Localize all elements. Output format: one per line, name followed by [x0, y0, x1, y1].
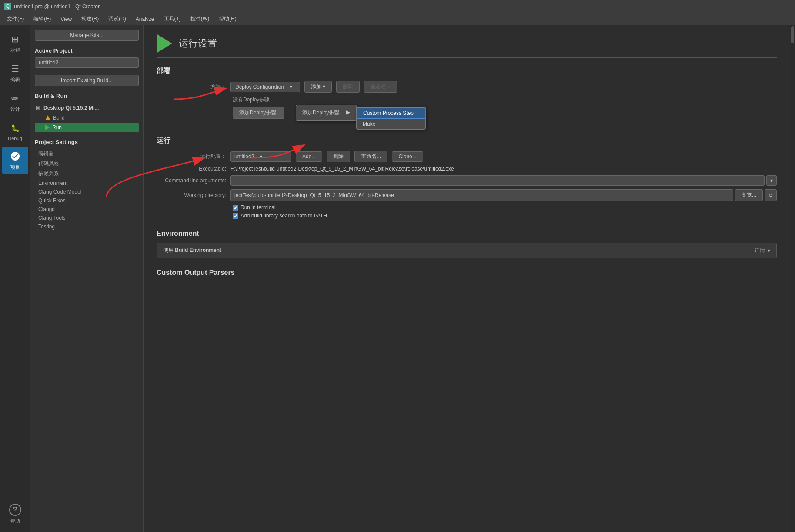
- run-rename-button[interactable]: 重命名...: [354, 151, 387, 162]
- grid-icon: ⊞: [9, 33, 21, 45]
- project-dropdown[interactable]: untitled2: [35, 57, 139, 68]
- build-item[interactable]: Build: [35, 113, 139, 123]
- run-settings-header: 运行设置: [157, 34, 777, 58]
- project-label: 项目: [10, 164, 20, 171]
- env-bar[interactable]: 使用 Build Environment 详情 ▾: [157, 243, 777, 258]
- project-sidebar: Manage Kits... Active Project untitled2 …: [30, 25, 144, 532]
- run-label: Run: [52, 124, 62, 130]
- menu-build[interactable]: 构建(B): [77, 14, 103, 24]
- title-bar: Q untitled1.pro @ untitled1 - Qt Creator: [0, 0, 795, 13]
- browse-button[interactable]: 浏览...: [735, 189, 763, 201]
- menu-debug[interactable]: 调试(D): [104, 14, 130, 24]
- add-deploy-step-row: 添加Deploy步骤-: [233, 107, 284, 119]
- scrollbar-thumb[interactable]: [791, 26, 794, 43]
- popup-main-menu: 添加Deploy步骤- ▶ Custom Process Step Make: [296, 105, 357, 121]
- deploy-popup-menu: 添加Deploy步骤- ▶ Custom Process Step Make: [296, 105, 357, 121]
- settings-quick-fixes[interactable]: Quick Fixes: [35, 196, 139, 205]
- run-add-button[interactable]: Add...: [296, 151, 322, 162]
- run-config-value: untitled2: [234, 154, 254, 160]
- sidebar-item-help[interactable]: ? 帮助: [2, 500, 28, 528]
- custom-parsers-title: Custom Output Parsers: [157, 269, 777, 277]
- deploy-section-title: 部署: [157, 67, 777, 76]
- sidebar-item-edit[interactable]: ☰ 编辑: [2, 59, 28, 87]
- settings-clang-model[interactable]: Clang Code Model: [35, 187, 139, 196]
- env-section-title: Environment: [157, 230, 777, 238]
- settings-clang-tools[interactable]: Clang Tools: [35, 214, 139, 222]
- env-detail-button[interactable]: 详情 ▾: [755, 247, 770, 254]
- cmd-args-dropdown-btn[interactable]: ▾: [766, 175, 777, 186]
- popup-custom-process-step[interactable]: Custom Process Step: [357, 107, 425, 119]
- menu-tools[interactable]: 工具(T): [160, 14, 185, 24]
- settings-editor[interactable]: 编辑器: [35, 149, 139, 159]
- sidebar-item-debug[interactable]: 🐛 Debug: [2, 118, 28, 144]
- executable-row: Executable: F:\ProjectTest\build-untitle…: [157, 166, 777, 172]
- deploy-delete-button[interactable]: 删除: [336, 81, 360, 93]
- deploy-config-dropdown[interactable]: Deploy Configuration ▾: [230, 82, 300, 92]
- working-dir-input[interactable]: [230, 189, 733, 201]
- method-row: 方法： Deploy Configuration ▾ 添加 ▾ 删除 重命名..…: [157, 81, 777, 93]
- env-bar-left: 使用 Build Environment: [163, 247, 221, 254]
- settings-environment[interactable]: Environment: [35, 179, 139, 187]
- popup-custom-step[interactable]: 添加Deploy步骤- ▶ Custom Process Step Make: [296, 107, 356, 119]
- run-triangle-icon: [45, 125, 50, 130]
- settings-clangd[interactable]: Clangd: [35, 205, 139, 214]
- popup-make[interactable]: Make: [357, 119, 425, 129]
- run-section: 运行 运行配置： untitled2 ▾ Add... 删除 重命名... Cl…: [157, 136, 777, 219]
- run-clone-button[interactable]: Clone...: [392, 151, 423, 162]
- run-config-dropdown[interactable]: untitled2 ▾: [230, 151, 291, 162]
- method-label: 方法：: [157, 83, 226, 90]
- deploy-add-button[interactable]: 添加 ▾: [304, 81, 332, 93]
- build-run-section: Build & Run 🖥 Desktop Qt 5.15.2 Mi... Bu…: [35, 93, 139, 132]
- add-build-lib-check[interactable]: [233, 213, 238, 219]
- menu-controls[interactable]: 控件(W): [186, 14, 214, 24]
- menu-analyze[interactable]: Analyze: [131, 15, 159, 23]
- project-settings-title: Project Settings: [35, 139, 139, 145]
- cmd-args-row: Command line arguments: ▾: [157, 175, 777, 186]
- build-triangle-icon: [45, 115, 50, 120]
- add-build-lib-checkbox[interactable]: Add build library search path to PATH: [233, 213, 327, 219]
- kit-item: 🖥 Desktop Qt 5.15.2 Mi...: [35, 103, 139, 113]
- executable-label: Executable:: [157, 166, 226, 172]
- settings-dependencies[interactable]: 依赖关系: [35, 169, 139, 179]
- run-in-terminal-label: Run in terminal: [241, 204, 276, 211]
- no-deploy-text: 没有Deploy步骤: [233, 97, 270, 103]
- design-label: 设计: [10, 106, 20, 113]
- settings-testing[interactable]: Testing: [35, 222, 139, 231]
- run-delete-button[interactable]: 删除: [327, 151, 350, 162]
- working-dir-row: Working directory: 浏览... ↺: [157, 189, 777, 201]
- popup-submenu: Custom Process Step Make: [356, 107, 426, 130]
- sidebar-item-project[interactable]: 项目: [2, 147, 28, 174]
- menu-edit[interactable]: 编辑(E): [29, 14, 55, 24]
- deploy-config-value: Deploy Configuration: [235, 84, 284, 90]
- deploy-rename-button[interactable]: 重命名...: [364, 81, 397, 93]
- sidebar-item-welcome[interactable]: ⊞ 欢迎: [2, 30, 28, 57]
- window-title: untitled1.pro @ untitled1 - Qt Creator: [14, 3, 100, 10]
- env-chevron-icon: ▾: [768, 248, 770, 254]
- kit-label: Desktop Qt 5.15.2 Mi...: [43, 105, 99, 111]
- sidebar-item-design[interactable]: ✏ 设计: [2, 89, 28, 116]
- cmd-args-label: Command line arguments:: [157, 177, 226, 184]
- run-in-terminal-check[interactable]: [233, 205, 238, 211]
- cmd-args-input[interactable]: [230, 175, 765, 186]
- design-icon: ✏: [9, 92, 21, 104]
- import-build-button[interactable]: Import Existing Build...: [35, 75, 139, 86]
- working-dir-refresh-btn[interactable]: ↺: [765, 189, 777, 201]
- run-in-terminal-checkbox[interactable]: Run in terminal: [233, 204, 276, 211]
- debug-label: Debug: [8, 136, 22, 141]
- run-in-terminal-row: Run in terminal: [233, 204, 777, 211]
- deploy-section: 部署 方法： Deploy Configuration ▾ 添加 ▾ 删除 重命…: [157, 67, 777, 119]
- build-run-title: Build & Run: [35, 93, 139, 99]
- build-label: Build: [53, 115, 65, 121]
- menu-file[interactable]: 文件(F): [3, 14, 28, 24]
- manage-kits-button[interactable]: Manage Kits...: [35, 30, 139, 41]
- menu-view[interactable]: View: [56, 15, 76, 23]
- menu-help[interactable]: 帮助(H): [214, 14, 241, 24]
- add-deploy-step-button[interactable]: 添加Deploy步骤-: [233, 107, 284, 119]
- edit-icon: ☰: [9, 63, 21, 75]
- run-section-title: 运行: [157, 136, 777, 145]
- run-item[interactable]: Run: [35, 123, 139, 132]
- add-build-lib-label: Add build library search path to PATH: [241, 213, 327, 219]
- run-config-label: 运行配置：: [157, 153, 226, 160]
- settings-code-style[interactable]: 代码风格: [35, 159, 139, 169]
- run-play-icon: [157, 34, 172, 53]
